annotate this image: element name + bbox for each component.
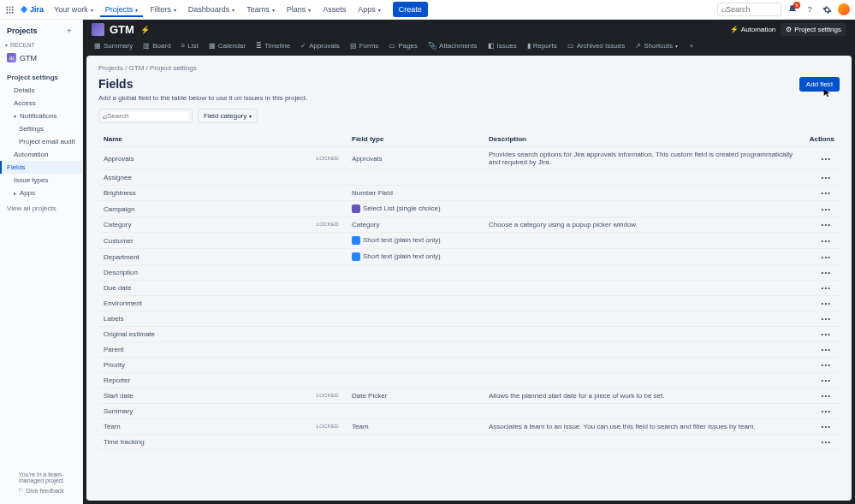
tab-approvals[interactable]: ✓ Approvals	[296, 40, 344, 51]
tab-forms[interactable]: ▤ Forms	[346, 40, 383, 51]
field-name[interactable]: Description	[104, 269, 138, 276]
field-name[interactable]: Department	[104, 253, 140, 261]
more-actions-button[interactable]: •••	[818, 315, 834, 323]
field-description: Choose a category using a popup picker w…	[484, 217, 805, 233]
create-button[interactable]: Create	[393, 2, 428, 17]
crumb-projects[interactable]: Projects	[98, 64, 123, 72]
bolt-icon: ⚡	[730, 26, 739, 33]
nav-your-work[interactable]: Your work▾	[49, 2, 98, 17]
more-actions-button[interactable]: •••	[818, 438, 834, 446]
help-icon[interactable]: ?	[804, 3, 816, 15]
more-actions-button[interactable]: •••	[818, 205, 834, 213]
more-actions-button[interactable]: •••	[818, 237, 834, 245]
tab-archived[interactable]: ▭ Archived Issues	[563, 40, 629, 51]
more-actions-button[interactable]: •••	[818, 299, 834, 307]
tab-reports[interactable]: ▮ Reports	[523, 40, 561, 51]
more-actions-button[interactable]: •••	[818, 361, 834, 369]
field-name[interactable]: Summary	[104, 407, 133, 415]
project-header-icon	[92, 23, 104, 36]
add-project-icon[interactable]: +	[63, 25, 75, 37]
more-actions-button[interactable]: •••	[818, 377, 834, 384]
nav-assets[interactable]: Assets	[318, 2, 351, 17]
field-name[interactable]: Start date	[104, 392, 134, 400]
more-actions-button[interactable]: •••	[818, 174, 834, 181]
sidebar-automation[interactable]: Automation	[0, 148, 82, 161]
bolt-icon[interactable]: ⚡	[140, 24, 151, 36]
sidebar-access[interactable]: Access	[0, 97, 82, 110]
field-description	[484, 342, 805, 358]
view-all-projects[interactable]: View all projects	[0, 199, 82, 217]
more-actions-button[interactable]: •••	[818, 423, 834, 430]
nav-projects[interactable]: Projects▾	[100, 2, 144, 17]
field-name[interactable]: Reporter	[104, 377, 130, 384]
field-name[interactable]: Original estimate	[104, 330, 155, 338]
app-switcher-icon[interactable]	[5, 5, 15, 15]
crumb-gtm[interactable]: GTM	[129, 64, 145, 72]
field-name[interactable]: Category	[104, 221, 131, 228]
more-actions-button[interactable]: •••	[818, 330, 834, 338]
tab-summary[interactable]: ▦ Summary	[90, 40, 137, 51]
fields-search-input[interactable]	[107, 112, 188, 120]
tab-pages[interactable]: ▭ Pages	[384, 40, 422, 51]
add-field-button[interactable]: Add field	[799, 77, 840, 92]
field-type: Short text (plain text only)	[363, 252, 441, 260]
field-name[interactable]: Environment	[104, 299, 142, 307]
field-name[interactable]: Campaign	[104, 205, 134, 213]
nav-dashboards[interactable]: Dashboards▾	[183, 2, 240, 17]
global-search-input[interactable]	[726, 5, 777, 14]
field-name[interactable]: Labels	[104, 315, 124, 323]
tab-board[interactable]: ▥ Board	[139, 40, 175, 51]
add-tab-icon[interactable]: ＋	[684, 39, 699, 52]
more-actions-button[interactable]: •••	[818, 221, 834, 228]
notifications-icon[interactable]: 9	[787, 3, 799, 15]
avatar[interactable]	[838, 3, 850, 15]
sidebar-settings-sub[interactable]: Settings	[0, 122, 82, 135]
sidebar-details[interactable]: Details	[0, 84, 82, 97]
nav-filters[interactable]: Filters▾	[145, 2, 181, 17]
nav-plans[interactable]: Plans▾	[282, 2, 317, 17]
sidebar-issue-types[interactable]: Issue types	[0, 174, 82, 187]
tab-shortcuts[interactable]: ↗ Shortcuts ▾	[631, 40, 682, 51]
settings-icon[interactable]	[821, 3, 833, 15]
sidebar-notifications[interactable]: ▾Notifications	[0, 110, 82, 122]
field-name[interactable]: Approvals	[104, 155, 134, 163]
tab-calendar[interactable]: ▦ Calendar	[205, 40, 250, 51]
recent-section[interactable]: ▾RECENT	[0, 40, 82, 50]
automation-button[interactable]: ⚡Automation	[730, 26, 775, 33]
tab-attachments[interactable]: 📎 Attachments	[424, 40, 481, 51]
more-actions-button[interactable]: •••	[818, 407, 834, 415]
field-name[interactable]: Assignee	[104, 174, 132, 181]
more-actions-button[interactable]: •••	[818, 189, 834, 197]
table-row: Environment•••	[98, 296, 840, 311]
sidebar-apps[interactable]: ▸Apps	[0, 187, 82, 199]
field-category-dropdown[interactable]: Field category▾	[198, 109, 258, 123]
tab-list[interactable]: ≡ List	[177, 40, 203, 51]
field-name[interactable]: Time tracking	[104, 438, 145, 446]
nav-apps[interactable]: Apps▾	[353, 2, 386, 17]
sidebar-project-settings[interactable]: Project settings	[0, 71, 82, 84]
field-name[interactable]: Priority	[104, 361, 125, 369]
global-search[interactable]: ⌕	[717, 3, 781, 16]
more-actions-button[interactable]: •••	[818, 392, 834, 400]
sidebar-project-gtm[interactable]: ⊞ GTM	[0, 50, 82, 66]
nav-teams[interactable]: Teams▾	[241, 2, 280, 17]
jira-logo[interactable]: Jira	[16, 5, 47, 14]
field-name[interactable]: Brightness	[104, 189, 136, 197]
more-actions-button[interactable]: •••	[818, 269, 834, 276]
more-actions-button[interactable]: •••	[818, 284, 834, 292]
field-name[interactable]: Customer	[104, 237, 134, 245]
more-actions-button[interactable]: •••	[818, 155, 834, 163]
more-actions-button[interactable]: •••	[818, 253, 834, 261]
project-settings-button[interactable]: ⚙Project settings	[781, 23, 846, 36]
sidebar-email-audit[interactable]: Project email audit	[0, 135, 82, 148]
sidebar-fields[interactable]: Fields	[0, 161, 82, 174]
fields-search[interactable]: ⌕	[98, 109, 193, 123]
more-actions-button[interactable]: •••	[818, 346, 834, 353]
field-name[interactable]: Parent	[104, 346, 124, 353]
field-name[interactable]: Due date	[104, 284, 131, 292]
tab-timeline[interactable]: ≣ Timeline	[252, 40, 294, 51]
give-feedback[interactable]: ⚐Give feedback	[7, 483, 75, 497]
field-name[interactable]: Team	[104, 423, 121, 430]
tab-issues[interactable]: ◧ Issues	[484, 40, 521, 51]
field-description	[484, 296, 805, 311]
